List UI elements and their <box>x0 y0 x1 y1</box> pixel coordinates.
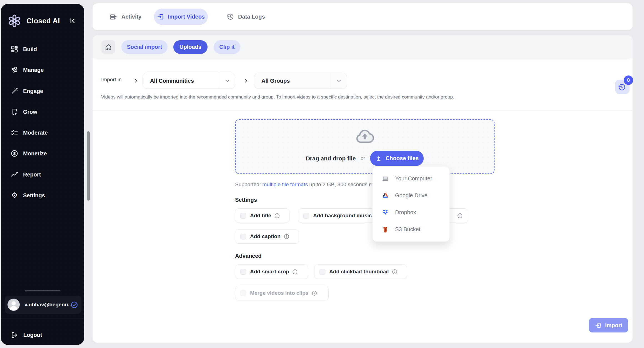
upload-source-menu: Your Computer Google Drive Dropbox <box>372 166 450 242</box>
menu-item-google-drive[interactable]: Google Drive <box>373 187 450 204</box>
option-add-smart-crop[interactable]: Add smart crop <box>235 264 308 279</box>
sidebar-footer-divider <box>1 319 84 319</box>
user-email: vaibhav@begenu... <box>24 302 71 308</box>
subtab-uploads[interactable]: Uploads <box>173 40 208 54</box>
subtab-social-import[interactable]: Social import <box>121 40 168 54</box>
settings-heading: Settings <box>235 197 257 203</box>
home-button[interactable] <box>101 40 115 54</box>
chevron-down-icon <box>331 73 347 89</box>
import-in-label: Import in <box>101 77 122 83</box>
checkbox[interactable] <box>303 213 309 219</box>
info-icon[interactable] <box>392 269 398 275</box>
gear-icon: ⚙ <box>11 191 18 199</box>
sidebar-item-build[interactable]: Build <box>6 41 79 57</box>
home-icon <box>105 44 112 51</box>
laptop-icon <box>382 175 389 182</box>
activity-icon <box>110 13 118 21</box>
avatar <box>8 299 20 311</box>
info-icon[interactable] <box>457 213 463 219</box>
app-title: Closed AI <box>26 17 60 25</box>
s3-bucket-icon <box>382 226 389 233</box>
sidebar-item-report[interactable]: Report <box>6 167 79 182</box>
option-add-title[interactable]: Add title <box>235 208 289 223</box>
sidebar-drag-divider <box>25 290 60 291</box>
sidebar-collapse-button[interactable] <box>68 16 78 26</box>
google-drive-icon <box>382 192 389 199</box>
choose-files-button[interactable]: Choose files <box>370 151 424 166</box>
import-icon <box>595 322 602 329</box>
svg-text:$: $ <box>13 151 16 156</box>
sidebar: Closed AI Build Manage Engage Grow Moder… <box>1 4 84 345</box>
info-icon[interactable] <box>292 269 298 275</box>
drag-drop-label: Drag and drop file <box>306 155 356 162</box>
community-select[interactable]: All Communities <box>143 73 235 89</box>
section-divider <box>93 110 633 110</box>
menu-item-s3-bucket[interactable]: S3 Bucket <box>373 221 450 238</box>
top-tab-bar: Activity Import Videos Data Logs <box>93 3 633 30</box>
file-formats-link[interactable]: multiple file formats <box>262 181 308 187</box>
nodes-icon <box>11 66 18 74</box>
sidebar-item-moderate[interactable]: Moderate <box>6 125 79 140</box>
option-add-clickbait-thumbnail[interactable]: Add clickbait thumbnail <box>314 264 407 279</box>
sidebar-header: Closed AI <box>8 13 78 28</box>
sidebar-item-manage[interactable]: Manage <box>6 62 79 78</box>
checklist-icon <box>11 129 18 137</box>
collapse-icon <box>69 17 76 24</box>
tab-activity[interactable]: Activity <box>110 3 141 30</box>
user-account-chip[interactable]: vaibhav@begenu... <box>5 296 81 314</box>
option-add-caption[interactable]: Add caption <box>235 229 299 244</box>
verified-badge-icon <box>71 301 78 309</box>
cloud-upload-icon <box>236 128 494 144</box>
info-icon[interactable] <box>311 290 317 296</box>
info-icon[interactable] <box>284 234 289 239</box>
file-dropzone[interactable]: Drag and drop file or Choose files <box>235 119 495 174</box>
option-merge-videos-into-clips: Merge videos into clips <box>235 286 329 300</box>
dollar-circle-icon: $ <box>11 150 18 157</box>
checkbox[interactable] <box>319 269 325 275</box>
sidebar-item-settings[interactable]: ⚙ Settings <box>6 188 79 203</box>
history-icon <box>618 83 626 92</box>
checkbox[interactable] <box>240 269 246 275</box>
sidebar-item-monetize[interactable]: $ Monetize <box>6 146 79 161</box>
chevron-down-icon <box>219 73 235 89</box>
dropbox-icon <box>382 209 389 216</box>
subtab-clip-it[interactable]: Clip it <box>214 40 240 54</box>
trend-icon <box>11 171 18 178</box>
logout-button[interactable]: Logout <box>6 327 79 342</box>
checkbox <box>240 290 246 296</box>
or-label: or <box>361 155 365 161</box>
menu-item-dropbox[interactable]: Dropbox <box>373 204 450 221</box>
history-icon <box>226 13 234 21</box>
logout-label: Logout <box>23 332 42 338</box>
import-icon <box>157 13 164 21</box>
advanced-heading: Advanced <box>235 253 262 259</box>
supported-formats-text: Supported: multiple file formats up to 2… <box>235 181 379 188</box>
device-play-icon <box>11 108 18 116</box>
wand-icon <box>11 87 18 95</box>
chevron-right-icon <box>243 78 249 84</box>
group-select[interactable]: All Groups <box>254 73 347 89</box>
tab-import-videos[interactable]: Import Videos <box>154 9 208 25</box>
sidebar-item-engage[interactable]: Engage <box>6 83 79 99</box>
logout-icon <box>11 331 18 339</box>
upload-icon <box>375 155 382 162</box>
sidebar-scrollbar-thumb[interactable] <box>87 131 90 201</box>
info-icon[interactable] <box>274 213 280 219</box>
checkbox[interactable] <box>240 234 246 239</box>
checkbox[interactable] <box>240 213 246 219</box>
grid-icon <box>11 45 18 53</box>
import-description: Videos will automatically be imported in… <box>101 94 454 100</box>
subnav-bar: Social import Uploads Clip it <box>93 35 633 58</box>
history-count-badge: 0 <box>624 75 633 85</box>
import-button[interactable]: Import <box>589 318 628 332</box>
chevron-right-icon <box>133 78 139 84</box>
closed-ai-logo-icon <box>8 14 21 28</box>
menu-item-your-computer[interactable]: Your Computer <box>373 170 450 187</box>
tab-data-logs[interactable]: Data Logs <box>226 3 265 30</box>
content-card: Social import Uploads Clip it Import in … <box>93 35 633 343</box>
sidebar-item-grow[interactable]: Grow <box>6 104 79 120</box>
